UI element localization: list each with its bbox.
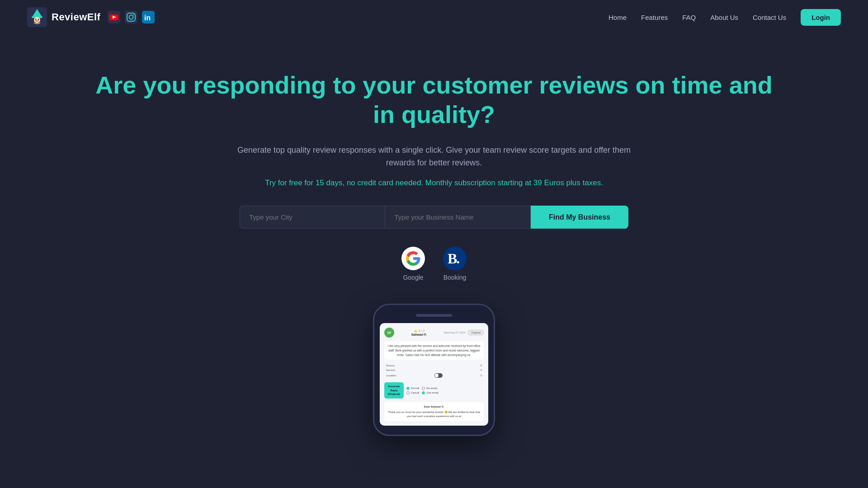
rooms-label: Rooms: [386, 364, 395, 367]
platforms-section: Google B. Booking: [90, 247, 778, 281]
booking-icon: B.: [443, 247, 467, 270]
reviewer-rating: ⭐ 5 / 5: [397, 329, 441, 333]
service-label: Service: [386, 369, 395, 371]
social-icons: in: [108, 11, 155, 23]
formal-option[interactable]: Formal: [406, 387, 420, 390]
rating-rooms: Rooms 5: [384, 363, 484, 368]
navbar: ReviewElf: [0, 0, 868, 34]
no-emoji-option[interactable]: No emoji: [422, 387, 439, 390]
platform-booking[interactable]: B. Booking: [443, 247, 467, 281]
nav-contact-us[interactable]: Contact Us: [753, 14, 786, 21]
location-value: 5: [481, 374, 482, 377]
toggle-dot: [435, 374, 439, 377]
hero-trial-text: Try for free for 15 days, no credit card…: [90, 178, 778, 188]
action-row: Generate Reply (Original) Formal Casual: [384, 382, 484, 398]
find-business-button[interactable]: Find My Business: [531, 206, 628, 229]
use-emoji-radio[interactable]: [422, 391, 425, 394]
reply-greeting: Dear Sahwari F,: [387, 405, 481, 409]
casual-option[interactable]: Casual: [406, 391, 420, 394]
youtube-icon[interactable]: [108, 11, 120, 23]
reviewer-initials: SF: [387, 331, 392, 334]
formal-label: Formal: [411, 387, 420, 389]
platform-google[interactable]: Google: [401, 247, 425, 281]
rooms-value: 5: [481, 364, 482, 367]
logo-icon: [27, 7, 47, 27]
svg-point-3: [34, 17, 40, 23]
no-emoji-label: No emoji: [426, 387, 437, 389]
city-input[interactable]: [240, 206, 385, 229]
nav-right: Home Features FAQ About Us Contact Us Lo…: [609, 9, 841, 26]
reviewer-avatar: SF: [384, 328, 394, 338]
svg-text:in: in: [144, 14, 151, 22]
review-date: Wed Aug 07 2024: [444, 331, 466, 334]
rating-rows: Rooms 5 Service 5 Location 5: [384, 363, 484, 379]
casual-label: Casual: [411, 391, 420, 394]
nav-features[interactable]: Features: [641, 14, 668, 21]
hero-section: Are you responding to your customer revi…: [0, 34, 868, 454]
review-header: SF ⭐ 5 / 5 Sahwari F. Wed Aug 07 2024 Or…: [384, 328, 484, 338]
use-emoji-option[interactable]: Use emoji: [422, 391, 439, 394]
google-icon: [401, 247, 425, 270]
reviewer-info: ⭐ 5 / 5 Sahwari F.: [397, 329, 441, 336]
phone-mockup-wrapper: SF ⭐ 5 / 5 Sahwari F. Wed Aug 07 2024 Or…: [90, 304, 778, 436]
svg-text:B.: B.: [448, 250, 459, 267]
reviewer-name: Sahwari F.: [397, 333, 441, 336]
tone-options: Formal Casual: [406, 387, 420, 394]
casual-radio[interactable]: [406, 391, 410, 394]
phone-mockup: SF ⭐ 5 / 5 Sahwari F. Wed Aug 07 2024 Or…: [373, 304, 495, 436]
no-emoji-radio[interactable]: [422, 387, 425, 390]
rating-service: Service 5: [384, 368, 484, 372]
nav-about-us[interactable]: About Us: [710, 14, 738, 21]
formal-radio[interactable]: [406, 387, 410, 390]
phone-notch: [416, 314, 452, 317]
hero-subtitle: Generate top quality review responses wi…: [231, 144, 637, 170]
reply-box: Dear Sahwari F, Thank you so much for yo…: [384, 402, 484, 421]
nav-left: ReviewElf: [27, 7, 155, 27]
instagram-icon[interactable]: [125, 11, 137, 23]
logo[interactable]: ReviewElf: [27, 7, 100, 27]
reply-text: Thank you so much for your wonderful rev…: [387, 410, 481, 418]
svg-point-12: [133, 14, 134, 15]
use-emoji-label: Use emoji: [426, 391, 439, 394]
emoji-options: No emoji Use emoji: [422, 387, 439, 394]
generate-reply-button[interactable]: Generate Reply (Original): [384, 382, 404, 398]
review-text: I am very pleased with the service and w…: [384, 341, 484, 360]
phone-screen: SF ⭐ 5 / 5 Sahwari F. Wed Aug 07 2024 Or…: [380, 323, 488, 425]
nav-home[interactable]: Home: [609, 14, 627, 21]
google-label: Google: [403, 274, 423, 281]
service-value: 5: [481, 369, 482, 371]
search-bar: Find My Business: [240, 206, 628, 229]
svg-point-5: [38, 19, 39, 20]
svg-point-4: [35, 19, 36, 20]
booking-label: Booking: [443, 274, 467, 281]
hero-title: Are you responding to your customer revi…: [90, 70, 778, 129]
rating-location: Location 5: [384, 372, 484, 379]
review-dropdown[interactable]: Original: [468, 330, 484, 335]
location-label: Location: [386, 374, 396, 377]
business-name-input[interactable]: [385, 206, 530, 229]
brand-name: ReviewElf: [52, 11, 100, 23]
login-button[interactable]: Login: [801, 9, 841, 26]
nav-faq[interactable]: FAQ: [682, 14, 696, 21]
location-toggle[interactable]: [434, 373, 443, 378]
linkedin-icon[interactable]: in: [142, 11, 155, 23]
